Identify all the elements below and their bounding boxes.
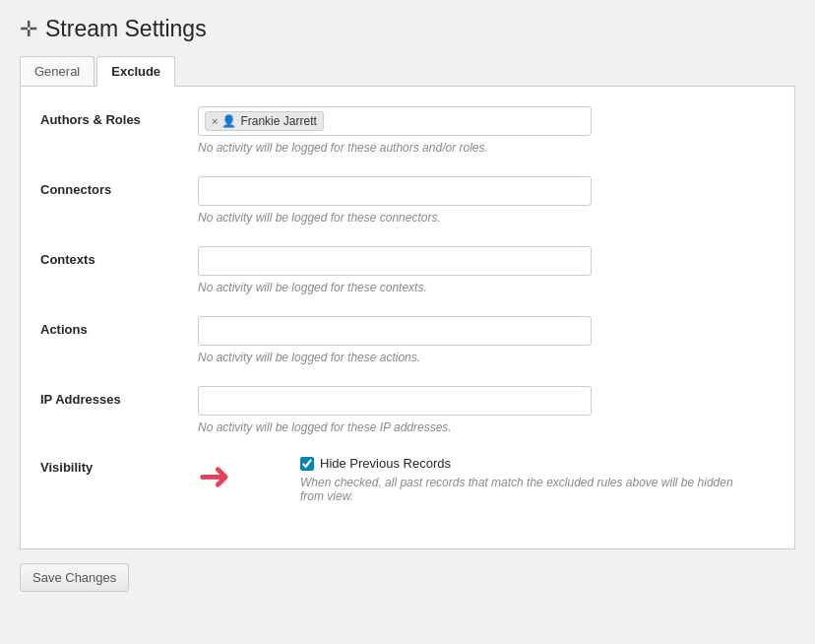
actions-hint: No activity will be logged for these act… xyxy=(198,351,775,364)
actions-row: Actions No activity will be logged for t… xyxy=(40,316,775,364)
connectors-label: Connectors xyxy=(40,176,198,197)
page-title: Stream Settings xyxy=(45,16,207,42)
authors-roles-hint: No activity will be logged for these aut… xyxy=(198,141,775,155)
connectors-input[interactable] xyxy=(198,176,592,206)
save-changes-button[interactable]: Save Changes xyxy=(20,563,129,592)
hide-previous-records-text: Hide Previous Records xyxy=(320,456,451,471)
settings-panel: Authors & Roles × 👤 Frankie Jarrett No a… xyxy=(20,87,795,549)
connectors-row: Connectors No activity will be logged fo… xyxy=(40,176,775,225)
remove-tag-button[interactable]: × xyxy=(212,115,218,127)
contexts-input[interactable] xyxy=(198,246,592,276)
ip-addresses-label: IP Addresses xyxy=(40,386,198,407)
tag-name: Frankie Jarrett xyxy=(240,114,316,128)
ip-addresses-hint: No activity will be logged for these IP … xyxy=(198,420,775,434)
authors-tag-input[interactable]: × 👤 Frankie Jarrett xyxy=(198,106,592,136)
user-icon: 👤 xyxy=(221,114,236,128)
authors-roles-row: Authors & Roles × 👤 Frankie Jarrett No a… xyxy=(40,106,775,155)
contexts-label: Contexts xyxy=(40,246,198,267)
contexts-field: No activity will be logged for these con… xyxy=(198,246,775,294)
tab-general[interactable]: General xyxy=(20,56,94,86)
tab-bar: General Exclude xyxy=(20,56,795,87)
ip-addresses-input[interactable] xyxy=(198,386,592,416)
actions-field: No activity will be logged for these act… xyxy=(198,316,775,364)
visibility-label: Visibility xyxy=(40,456,198,475)
actions-label: Actions xyxy=(40,316,198,337)
hide-previous-records-label[interactable]: Hide Previous Records xyxy=(300,456,733,471)
arrow-container: ➜ xyxy=(198,456,241,495)
page-header: ✛ Stream Settings xyxy=(20,16,795,42)
visibility-hint: When checked, all past records that matc… xyxy=(300,476,733,503)
bottom-bar: Save Changes xyxy=(20,557,795,592)
visibility-check-group: Hide Previous Records When checked, all … xyxy=(300,456,733,503)
connectors-hint: No activity will be logged for these con… xyxy=(198,211,775,225)
hide-previous-records-checkbox[interactable] xyxy=(300,457,314,471)
authors-roles-field: × 👤 Frankie Jarrett No activity will be … xyxy=(198,106,775,155)
tab-exclude[interactable]: Exclude xyxy=(96,56,175,87)
stream-icon: ✛ xyxy=(20,19,37,40)
contexts-hint: No activity will be logged for these con… xyxy=(198,281,775,294)
contexts-row: Contexts No activity will be logged for … xyxy=(40,246,775,294)
connectors-field: No activity will be logged for these con… xyxy=(198,176,775,225)
ip-addresses-field: No activity will be logged for these IP … xyxy=(198,386,775,434)
author-tag-chip: × 👤 Frankie Jarrett xyxy=(205,111,324,131)
actions-input[interactable] xyxy=(198,316,592,346)
ip-addresses-row: IP Addresses No activity will be logged … xyxy=(40,386,775,434)
visibility-row: Visibility ➜ Hide Previous Records When … xyxy=(40,456,775,503)
pink-arrow-icon: ➜ xyxy=(198,456,231,495)
authors-roles-label: Authors & Roles xyxy=(40,106,198,127)
visibility-content: ➜ Hide Previous Records When checked, al… xyxy=(198,456,775,503)
